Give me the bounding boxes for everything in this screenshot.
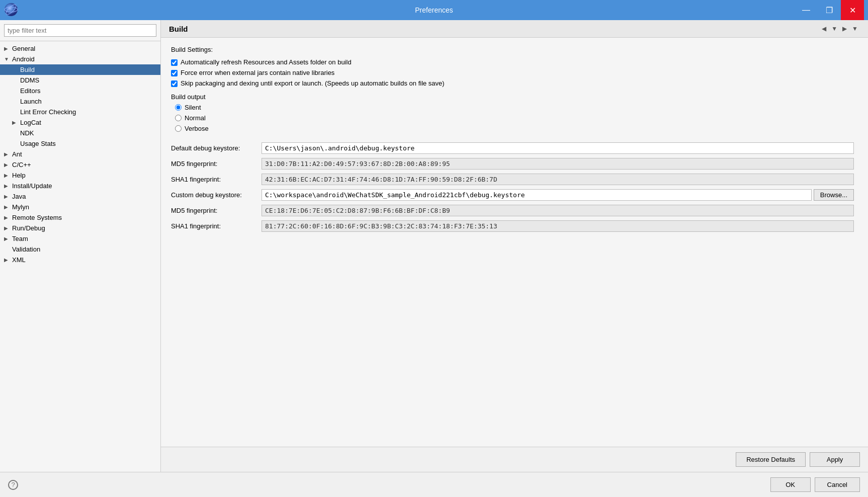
field-row-2: SHA1 fingerprint: — [171, 172, 858, 187]
radio-row-normal: Normal — [175, 114, 858, 122]
sidebar-item-label-build: Build — [20, 66, 35, 73]
field-browse-wrap-3: Browse... — [262, 189, 854, 201]
sidebar-item-label-help: Help — [12, 172, 26, 179]
radio-row-verbose: Verbose — [175, 125, 858, 132]
sidebar-item-xml[interactable]: ▶XML — [0, 255, 160, 265]
field-input-4 — [262, 205, 854, 216]
close-button[interactable]: ✕ — [841, 0, 864, 20]
java-arrow-icon: ▶ — [4, 194, 10, 199]
sidebar-item-ddms[interactable]: DDMS — [0, 75, 160, 86]
radio-normal[interactable] — [175, 115, 182, 121]
sidebar-item-mylyn[interactable]: ▶Mylyn — [0, 202, 160, 212]
sidebar-item-label-editors: Editors — [20, 87, 40, 95]
checkbox-skip_packaging[interactable] — [171, 80, 178, 87]
checkbox-row-skip_packaging: Skip packaging and dexing until export o… — [171, 79, 858, 87]
checkbox-label-force_error: Force error when external jars contain n… — [181, 69, 334, 76]
bottom-bar: Restore Defaults Apply — [161, 447, 868, 472]
sidebar-item-help[interactable]: ▶Help — [0, 170, 160, 181]
cpp-arrow-icon: ▶ — [4, 162, 10, 168]
field-label-2: SHA1 fingerprint: — [171, 172, 262, 187]
field-label-3: Custom debug keystore: — [171, 187, 262, 203]
field-row-0: Default debug keystore: — [171, 140, 858, 156]
sidebar-item-android[interactable]: ▼Android — [0, 54, 160, 64]
field-label-5: SHA1 fingerprint: — [171, 218, 262, 234]
app-logo — [4, 3, 18, 18]
sidebar-item-ant[interactable]: ▶Ant — [0, 149, 160, 159]
checkbox-auto_refresh[interactable] — [171, 59, 178, 66]
sidebar-item-label-general: General — [12, 45, 35, 52]
window-controls: — ❐ ✕ — [795, 0, 864, 20]
radio-group: SilentNormalVerbose — [175, 104, 858, 132]
sidebar-item-build[interactable]: Build — [0, 64, 160, 75]
sidebar-item-logcat[interactable]: ▶LogCat — [0, 117, 160, 128]
sidebar-item-run_debug[interactable]: ▶Run/Debug — [0, 223, 160, 233]
help-icon[interactable]: ? — [8, 480, 18, 490]
sidebar-item-remote_systems[interactable]: ▶Remote Systems — [0, 212, 160, 223]
sidebar-item-label-validation: Validation — [12, 245, 40, 253]
field-row-1: MD5 fingerprint: — [171, 156, 858, 172]
footer: ? OK Cancel — [0, 472, 868, 497]
sidebar-item-lint_error_checking[interactable]: Lint Error Checking — [0, 107, 160, 117]
titlebar: Preferences — ❐ ✕ — [0, 0, 868, 20]
restore-defaults-button[interactable]: Restore Defaults — [736, 452, 806, 467]
field-input-3[interactable] — [262, 189, 812, 201]
radio-row-silent: Silent — [175, 104, 858, 111]
apply-button[interactable]: Apply — [810, 452, 860, 467]
checkbox-row-auto_refresh: Automatically refresh Resources and Asse… — [171, 58, 858, 66]
mylyn-arrow-icon: ▶ — [4, 204, 10, 210]
field-value-cell-1 — [262, 156, 858, 172]
checkbox-force_error[interactable] — [171, 70, 178, 76]
sidebar-item-launch[interactable]: Launch — [0, 96, 160, 107]
sidebar-item-team[interactable]: ▶Team — [0, 233, 160, 244]
minimize-button[interactable]: — — [795, 0, 818, 20]
sidebar-item-install_update[interactable]: ▶Install/Update — [0, 181, 160, 191]
sidebar-item-general[interactable]: ▶General — [0, 43, 160, 54]
sidebar-item-label-run_debug: Run/Debug — [12, 224, 45, 232]
sidebar-item-usage_stats[interactable]: Usage Stats — [0, 138, 160, 149]
field-input-0[interactable] — [262, 142, 854, 154]
sidebar-item-editors[interactable]: Editors — [0, 86, 160, 96]
panel-header: Build ◀ ▼ ▶ ▼ — [161, 20, 868, 38]
restore-button[interactable]: ❐ — [818, 0, 841, 20]
browse-button-3[interactable]: Browse... — [814, 189, 854, 201]
nav-forward-dropdown-button[interactable]: ▼ — [850, 24, 860, 33]
sidebar-item-label-cpp: C/C++ — [12, 161, 31, 169]
radio-label-normal: Normal — [185, 114, 206, 122]
remote_systems-arrow-icon: ▶ — [4, 215, 10, 220]
checkbox-label-skip_packaging: Skip packaging and dexing until export o… — [181, 79, 445, 87]
right-panel: Build ◀ ▼ ▶ ▼ Build Settings: Automatica… — [161, 20, 868, 472]
cancel-button[interactable]: Cancel — [815, 477, 860, 492]
sidebar-item-validation[interactable]: Validation — [0, 244, 160, 255]
logcat-arrow-icon: ▶ — [12, 120, 18, 125]
field-row-5: SHA1 fingerprint: — [171, 218, 858, 234]
sidebar-item-cpp[interactable]: ▶C/C++ — [0, 159, 160, 170]
field-label-4: MD5 fingerprint: — [171, 203, 262, 218]
sidebar-item-label-xml: XML — [12, 256, 26, 264]
build-settings-label: Build Settings: — [171, 46, 858, 53]
radio-silent[interactable] — [175, 104, 182, 111]
sidebar-item-label-ddms: DDMS — [20, 76, 39, 84]
sidebar-item-label-mylyn: Mylyn — [12, 203, 29, 211]
panel-title: Build — [169, 25, 188, 33]
sidebar-item-ndk[interactable]: NDK — [0, 128, 160, 138]
help-symbol: ? — [11, 481, 15, 488]
sidebar-item-label-logcat: LogCat — [20, 119, 41, 126]
sidebar-item-label-ant: Ant — [12, 150, 22, 158]
field-input-2 — [262, 174, 854, 185]
field-label-1: MD5 fingerprint: — [171, 156, 262, 172]
window-title: Preferences — [415, 6, 453, 14]
nav-forward-button[interactable]: ▶ — [840, 24, 849, 33]
nav-dropdown-button[interactable]: ▼ — [829, 24, 839, 33]
checkbox-row-force_error: Force error when external jars contain n… — [171, 69, 858, 76]
ok-button[interactable]: OK — [770, 477, 811, 492]
filter-input-wrap — [0, 20, 160, 41]
install_update-arrow-icon: ▶ — [4, 183, 10, 189]
team-arrow-icon: ▶ — [4, 236, 10, 241]
general-arrow-icon: ▶ — [4, 46, 10, 51]
sidebar-item-java[interactable]: ▶Java — [0, 191, 160, 202]
help-arrow-icon: ▶ — [4, 173, 10, 178]
radio-verbose[interactable] — [175, 125, 182, 132]
filter-input[interactable] — [4, 24, 156, 37]
build-output-label: Build output — [171, 93, 858, 101]
nav-back-button[interactable]: ◀ — [820, 24, 828, 33]
